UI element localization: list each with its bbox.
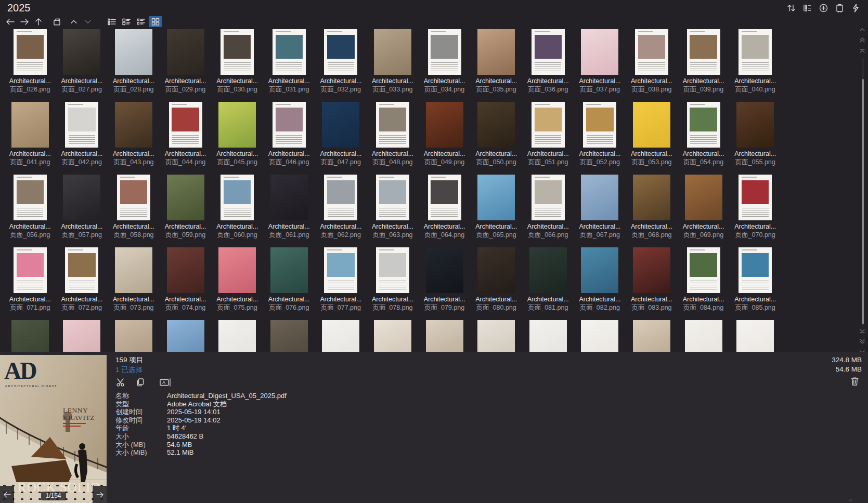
file-item[interactable] bbox=[367, 319, 418, 352]
file-item[interactable]: Architectural...页面_070.png bbox=[730, 174, 781, 246]
file-item[interactable]: Architectural...页面_076.png bbox=[264, 246, 315, 319]
file-item[interactable] bbox=[626, 319, 677, 352]
scroll-bottom-icon[interactable] bbox=[858, 326, 866, 336]
file-item[interactable]: Architectural...页面_080.png bbox=[471, 246, 522, 319]
file-item[interactable]: Architectural...页面_081.png bbox=[523, 246, 574, 319]
file-item[interactable] bbox=[108, 319, 159, 352]
add-icon[interactable] bbox=[818, 3, 828, 13]
sort-icon[interactable] bbox=[786, 3, 796, 13]
file-item[interactable]: Architectural...页面_068.png bbox=[626, 174, 677, 246]
file-item[interactable] bbox=[678, 319, 729, 352]
file-item[interactable]: Architectural...页面_065.png bbox=[471, 174, 522, 246]
collapse-up-icon[interactable] bbox=[69, 17, 79, 27]
file-item[interactable]: Architectural...页面_073.png bbox=[108, 246, 159, 319]
preview-next-button[interactable] bbox=[93, 486, 107, 503]
chevron-up-icon[interactable] bbox=[848, 498, 853, 502]
file-item[interactable]: Architectural...页面_037.png bbox=[574, 28, 625, 101]
file-item[interactable]: Architectural...页面_061.png bbox=[264, 174, 315, 246]
file-item[interactable]: Architectural...页面_075.png bbox=[212, 246, 263, 319]
file-item[interactable]: Architectural...页面_067.png bbox=[574, 174, 625, 246]
details-view-icon[interactable] bbox=[120, 16, 133, 27]
file-item[interactable]: Architectural...页面_031.png bbox=[264, 28, 315, 101]
forward-icon[interactable] bbox=[19, 17, 30, 27]
vertical-scrollbar[interactable] bbox=[862, 58, 864, 326]
file-item[interactable]: Architectural...页面_078.png bbox=[367, 246, 418, 319]
file-item[interactable]: Architectural...页面_059.png bbox=[160, 174, 211, 246]
scroll-up-icon[interactable] bbox=[858, 25, 866, 34]
file-item[interactable]: Architectural...页面_072.png bbox=[56, 246, 107, 319]
file-item[interactable]: Architectural...页面_055.png bbox=[730, 101, 781, 174]
file-item[interactable] bbox=[160, 319, 211, 352]
selected-count[interactable]: 1 已选择 bbox=[115, 365, 142, 375]
file-item[interactable]: Architectural...页面_077.png bbox=[315, 246, 366, 319]
file-item[interactable]: Architectural...页面_064.png bbox=[419, 174, 470, 246]
file-item[interactable]: Architectural...页面_083.png bbox=[626, 246, 677, 319]
scroll-page-up-icon[interactable] bbox=[858, 35, 866, 45]
file-item[interactable]: Architectural...页面_040.png bbox=[730, 28, 781, 101]
file-item[interactable]: Architectural...页面_029.png bbox=[160, 28, 211, 101]
file-item[interactable]: Architectural...页面_051.png bbox=[523, 101, 574, 174]
file-item[interactable]: Architectural...页面_033.png bbox=[367, 28, 418, 101]
file-item[interactable] bbox=[523, 319, 574, 352]
file-item[interactable]: Architectural...页面_085.png bbox=[730, 246, 781, 319]
quick-actions-icon[interactable] bbox=[850, 3, 861, 13]
file-item[interactable]: Architectural...页面_074.png bbox=[160, 246, 211, 319]
file-item[interactable]: Architectural...页面_063.png bbox=[367, 174, 418, 246]
file-item[interactable] bbox=[730, 319, 781, 352]
file-item[interactable]: Architectural...页面_032.png bbox=[315, 28, 366, 101]
up-icon[interactable] bbox=[33, 17, 44, 27]
file-item[interactable]: Architectural...页面_028.png bbox=[108, 28, 159, 101]
file-item[interactable] bbox=[212, 319, 263, 352]
scrollbar-thumb[interactable] bbox=[862, 79, 864, 324]
paste-icon[interactable] bbox=[834, 3, 845, 13]
file-item[interactable]: Architectural...页面_038.png bbox=[626, 28, 677, 101]
file-item[interactable] bbox=[471, 319, 522, 352]
file-item[interactable] bbox=[5, 319, 56, 352]
file-item[interactable]: Architectural...页面_084.png bbox=[678, 246, 729, 319]
file-item[interactable]: Architectural...页面_049.png bbox=[419, 101, 470, 174]
file-item[interactable]: Architectural...页面_052.png bbox=[574, 101, 625, 174]
checklist-icon[interactable] bbox=[802, 3, 812, 13]
preview-prev-button[interactable] bbox=[0, 486, 14, 503]
file-item[interactable]: Architectural...页面_069.png bbox=[678, 174, 729, 246]
delete-icon[interactable] bbox=[849, 376, 860, 387]
cut-icon[interactable] bbox=[114, 376, 127, 389]
file-item[interactable]: Architectural...页面_034.png bbox=[419, 28, 470, 101]
file-item[interactable]: Architectural...页面_082.png bbox=[574, 246, 625, 319]
file-item[interactable]: Architectural...页面_053.png bbox=[626, 101, 677, 174]
scroll-top-icon[interactable] bbox=[858, 46, 866, 55]
file-item[interactable]: Architectural...页面_043.png bbox=[108, 101, 159, 174]
file-item[interactable] bbox=[315, 319, 366, 352]
file-item[interactable]: Architectural...页面_048.png bbox=[367, 101, 418, 174]
file-item[interactable]: Architectural...页面_030.png bbox=[212, 28, 263, 101]
file-item[interactable]: Architectural...页面_060.png bbox=[212, 174, 263, 246]
rename-icon[interactable]: A bbox=[159, 376, 172, 389]
copy-icon[interactable] bbox=[134, 376, 147, 389]
file-item[interactable]: Architectural...页面_044.png bbox=[160, 101, 211, 174]
file-item[interactable]: Architectural...页面_058.png bbox=[108, 174, 159, 246]
scroll-page-down-icon[interactable] bbox=[858, 337, 866, 346]
file-item[interactable]: Architectural...页面_045.png bbox=[212, 101, 263, 174]
file-item[interactable]: Architectural...页面_036.png bbox=[523, 28, 574, 101]
file-item[interactable]: Architectural...页面_046.png bbox=[264, 101, 315, 174]
file-item[interactable]: Architectural...页面_066.png bbox=[523, 174, 574, 246]
file-item[interactable]: Architectural...页面_035.png bbox=[471, 28, 522, 101]
collapse-down-icon[interactable] bbox=[83, 17, 93, 27]
file-item[interactable] bbox=[56, 319, 107, 352]
file-item[interactable]: Architectural...页面_047.png bbox=[315, 101, 366, 174]
file-item[interactable]: Architectural...页面_041.png bbox=[5, 101, 56, 174]
file-item[interactable]: Architectural...页面_079.png bbox=[419, 246, 470, 319]
back-icon[interactable] bbox=[5, 17, 16, 27]
file-item[interactable]: Architectural...页面_050.png bbox=[471, 101, 522, 174]
file-item[interactable]: Architectural...页面_026.png bbox=[5, 28, 56, 101]
preview-pane[interactable]: AD ARCHITECTURAL DIGEST LENNY KRAVITZ RO… bbox=[0, 355, 107, 503]
file-item[interactable]: Architectural...页面_054.png bbox=[678, 101, 729, 174]
file-item[interactable]: Architectural...页面_027.png bbox=[56, 28, 107, 101]
file-item[interactable] bbox=[264, 319, 315, 352]
file-item[interactable] bbox=[419, 319, 470, 352]
file-item[interactable]: Architectural...页面_062.png bbox=[315, 174, 366, 246]
open-in-new-icon[interactable] bbox=[51, 17, 62, 27]
list-view-icon[interactable] bbox=[105, 16, 118, 27]
file-item[interactable] bbox=[574, 319, 625, 352]
file-item[interactable]: Architectural...页面_042.png bbox=[56, 101, 107, 174]
